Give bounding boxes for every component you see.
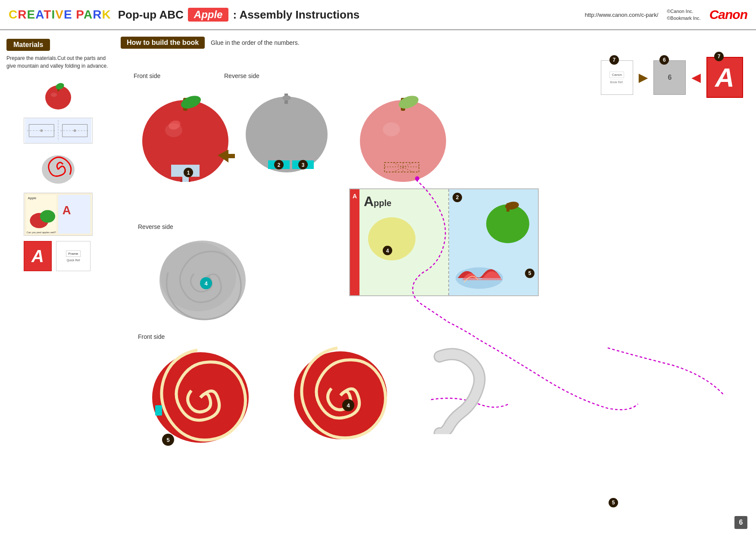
svg-point-41 <box>360 100 446 182</box>
reverse-side-label-2: Reverse side <box>138 223 173 231</box>
front-apple-large: 1 <box>136 78 235 182</box>
svg-text:Can you peel apples well?: Can you peel apples well? <box>27 231 56 234</box>
red-spiral-front-middle: 4 <box>289 341 392 445</box>
canon-url: http://www.canon.com/c-park/ <box>585 12 659 18</box>
content-area: Front side Reverse side <box>121 55 752 529</box>
svg-text:5: 5 <box>166 437 169 443</box>
svg-point-11 <box>74 129 76 132</box>
svg-text:3: 3 <box>302 162 305 168</box>
canon-logo: Canon <box>709 7 747 22</box>
svg-text:1: 1 <box>187 170 190 176</box>
svg-point-1 <box>51 93 57 97</box>
book-spread: A Apple 4 3 Can you peel a <box>349 188 539 296</box>
canon-copyright: ©Canon Inc. ©Bookmark Inc. <box>667 8 700 22</box>
svg-rect-28 <box>182 177 189 182</box>
main-content: Materials Prepare the materials.Cut out … <box>0 30 756 535</box>
svg-text:4: 4 <box>386 248 389 254</box>
svg-point-10 <box>40 129 43 132</box>
header-subtitle: : Assembly Instructions <box>233 8 359 22</box>
svg-point-17 <box>40 210 55 222</box>
grey-worm-shape <box>405 348 500 434</box>
sidebar-spiral-icon <box>39 149 78 188</box>
num5-bottom-right: 5 <box>609 498 618 507</box>
instruction-header: How to build the book Glue in the order … <box>121 37 752 49</box>
svg-text:A: A <box>62 203 71 217</box>
front-side-label-2: Front side <box>138 333 165 341</box>
header-title: Pop-up ABC <box>118 8 184 22</box>
svg-point-51 <box>368 217 415 260</box>
materials-badge: Materials <box>6 39 50 51</box>
header-right: http://www.canon.com/c-park/ ©Canon Inc.… <box>585 7 747 22</box>
glue-instruction: Glue in the order of the numbers. <box>211 39 299 46</box>
svg-point-42 <box>383 122 400 136</box>
reverse-apple-large: 2 3 <box>237 78 336 173</box>
grey-spiral-reverse: 4 <box>155 234 250 324</box>
sidebar-apple-icon <box>40 76 77 113</box>
page-number: 6 <box>734 516 747 529</box>
svg-point-34 <box>282 95 291 100</box>
svg-text:4: 4 <box>204 280 208 287</box>
svg-text:4: 4 <box>347 402 350 409</box>
svg-rect-63 <box>155 405 162 416</box>
sidebar-card-previews: A Frame Quick Ref <box>24 241 93 271</box>
sidebar-description: Prepare the materials.Cut out the parts … <box>6 54 110 70</box>
third-apple-view <box>353 78 453 182</box>
creative-park-logo: CREATIVE PARK <box>9 8 111 22</box>
how-to-badge: How to build the book <box>121 37 205 49</box>
sidebar: Materials Prepare the materials.Cut out … <box>0 34 116 531</box>
svg-text:2: 2 <box>278 162 281 168</box>
sidebar-book-thumbnail: Apple Can you peel apples well? A <box>24 193 93 236</box>
header: CREATIVE PARK Pop-up ABC Apple : Assembl… <box>0 0 756 30</box>
instructions-area: How to build the book Glue in the order … <box>116 34 756 531</box>
sidebar-fold-template <box>24 118 93 144</box>
svg-point-50 <box>415 176 419 181</box>
red-spiral-front-left: 5 <box>147 341 254 449</box>
assembly-diagram-top: 7 Canon Book Ref. ► 6 6 ◄ <box>601 57 743 98</box>
svg-text:Apple: Apple <box>28 196 36 200</box>
apple-badge: Apple <box>188 8 229 22</box>
